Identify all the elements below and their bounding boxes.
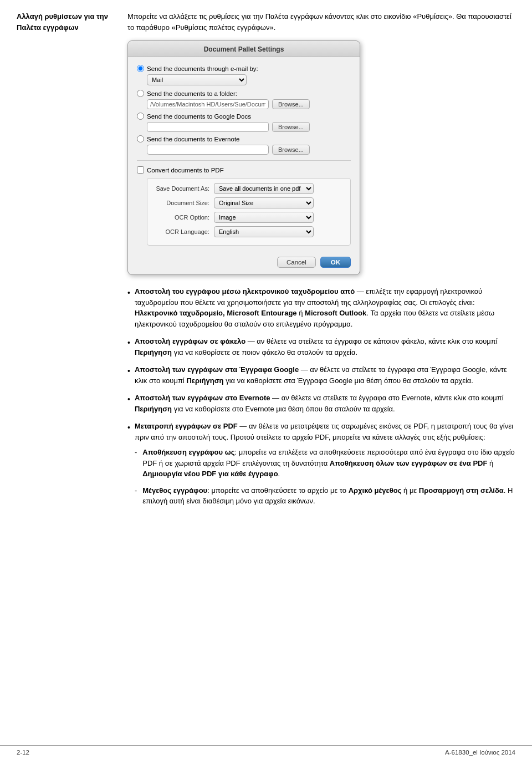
radio-evernote-row: Send the documents to Evernote <box>137 135 351 142</box>
convert-pdf-label: Convert documents to PDF <box>147 167 224 174</box>
sub-dash-2: - <box>135 485 137 496</box>
google-input-row: Browse... <box>147 122 351 132</box>
doc-size-select[interactable]: Original Size Fit to Page <box>214 197 314 208</box>
bullet-title-4: Αποστολή των εγγράφων στο Evernote <box>135 394 270 402</box>
list-item-folder: • Αποστολή εγγράφων σε φάκελο — αν θέλετ… <box>127 336 515 358</box>
ok-button[interactable]: OK <box>320 257 351 268</box>
save-as-select[interactable]: Save all documents in one pdf Create new… <box>214 183 314 194</box>
folder-input-row: Browse... <box>147 99 351 109</box>
mail-dropdown[interactable]: Mail Microsoft Entourage Microsoft Outlo… <box>147 74 247 85</box>
radio-google[interactable] <box>137 113 144 120</box>
evernote-input-row: Browse... <box>147 145 351 155</box>
pdf-options-grid: Save Document As: Save all documents in … <box>147 178 351 246</box>
sub-list-item-save-as: - Αποθήκευση εγγράφου ως: μπορείτε να επ… <box>135 447 515 480</box>
bullet-dot-1: • <box>127 287 130 299</box>
radio-evernote-label: Send the documents to Evernote <box>147 136 240 142</box>
list-item-pdf: • Μετατροπή εγγράφων σε PDF — αν θέλετε … <box>127 421 515 512</box>
ocr-option-label: OCR Option: <box>154 214 209 221</box>
sub-text-1: Αποθήκευση εγγράφου ως: μπορείτε να επιλ… <box>142 447 515 480</box>
left-column: Αλλαγή ρυθμίσεων για την Παλέτα εγγράφων <box>17 11 127 734</box>
list-item-google: • Αποστολή των εγγράφων στα Έγγραφα Goog… <box>127 364 515 386</box>
right-column: Μπορείτε να αλλάξετε τις ρυθμίσεις για τ… <box>127 11 515 734</box>
intro-text: Μπορείτε να αλλάξετε τις ρυθμίσεις για τ… <box>127 11 515 33</box>
bullet-title-2: Αποστολή εγγράφων σε φάκελο <box>135 337 245 345</box>
doc-size-row: Document Size: Original Size Fit to Page <box>154 197 344 208</box>
folder-path-input[interactable] <box>147 99 269 109</box>
bullet-text-1: Αποστολή του εγγράφου μέσω ηλεκτρονικού … <box>135 286 515 329</box>
radio-email-label: Send the documents through e-mail by: <box>147 65 258 72</box>
radio-folder[interactable] <box>137 90 144 97</box>
save-as-label: Save Document As: <box>154 185 209 192</box>
ocr-lang-select[interactable]: English Greek <box>214 226 314 237</box>
dialog-buttons: Cancel OK <box>137 252 351 268</box>
browse-google-button[interactable]: Browse... <box>272 122 310 132</box>
save-as-row: Save Document As: Save all documents in … <box>154 183 344 194</box>
bullet-list: • Αποστολή του εγγράφου μέσω ηλεκτρονικο… <box>127 286 515 512</box>
list-item-email: • Αποστολή του εγγράφου μέσω ηλεκτρονικο… <box>127 286 515 329</box>
page-container: Αλλαγή ρυθμίσεων για την Παλέτα εγγράφων… <box>0 0 532 759</box>
page-number: 2-12 <box>17 749 29 756</box>
radio-folder-label: Send the documents to a folder: <box>147 90 237 97</box>
bullet-text-4: Αποστολή των εγγράφων στο Evernote — αν … <box>135 393 515 414</box>
bullet-dot-3: • <box>127 365 130 377</box>
ocr-lang-row: OCR Language: English Greek <box>154 226 344 237</box>
browse-evernote-button[interactable]: Browse... <box>272 145 310 155</box>
cancel-button[interactable]: Cancel <box>277 257 316 268</box>
ocr-option-row: OCR Option: Image Text <box>154 212 344 223</box>
sub-text-2: Μέγεθος εγγράφου: μπορείτε να αποθηκεύσε… <box>142 485 515 507</box>
bullet-dot-4: • <box>127 394 130 405</box>
bullet-title-1: Αποστολή του εγγράφου μέσω ηλεκτρονικού … <box>135 287 355 296</box>
convert-pdf-checkbox[interactable] <box>137 166 144 174</box>
radio-email-row: Send the documents through e-mail by: <box>137 65 351 72</box>
doc-reference: A-61830_el Ιούνιος 2014 <box>445 749 515 756</box>
list-item-evernote: • Αποστολή των εγγράφων στο Evernote — α… <box>127 393 515 414</box>
main-content: Αλλαγή ρυθμίσεων για την Παλέτα εγγράφων… <box>0 0 532 745</box>
evernote-path-input[interactable] <box>147 145 269 155</box>
bullet-text-5: Μετατροπή εγγράφων σε PDF — αν θέλετε να… <box>135 421 515 512</box>
section-divider <box>137 160 351 161</box>
bullet-text-2: Αποστολή εγγράφων σε φάκελο — αν θέλετε … <box>135 336 515 358</box>
sub-list: - Αποθήκευση εγγράφου ως: μπορείτε να επ… <box>135 447 515 507</box>
bullet-dot-5: • <box>127 422 130 434</box>
ocr-lang-label: OCR Language: <box>154 228 209 235</box>
convert-pdf-row: Convert documents to PDF <box>137 166 351 174</box>
dialog-title-bar: Document Pallet Settings <box>128 41 360 57</box>
doc-size-label: Document Size: <box>154 200 209 206</box>
dialog-body: Send the documents through e-mail by: Ma… <box>128 57 360 274</box>
sub-list-item-size: - Μέγεθος εγγράφου: μπορείτε να αποθηκεύ… <box>135 485 515 507</box>
bullet-title-5: Μετατροπή εγγράφων σε PDF <box>135 422 238 430</box>
radio-google-label: Send the documents to Google Docs <box>147 113 251 120</box>
browse-folder-button[interactable]: Browse... <box>272 99 310 109</box>
sub-dash-1: - <box>135 447 137 458</box>
bullet-title-3: Αποστολή των εγγράφων στα Έγγραφα Google <box>135 365 299 374</box>
bullet-text-3: Αποστολή των εγγράφων στα Έγγραφα Google… <box>135 364 515 386</box>
mail-select-row: Mail Microsoft Entourage Microsoft Outlo… <box>147 74 351 85</box>
radio-email[interactable] <box>137 65 144 72</box>
radio-google-row: Send the documents to Google Docs <box>137 113 351 120</box>
footer: 2-12 A-61830_el Ιούνιος 2014 <box>0 745 532 759</box>
section-title: Αλλαγή ρυθμίσεων για την Παλέτα εγγράφων <box>17 11 116 33</box>
radio-evernote[interactable] <box>137 135 144 142</box>
google-path-input[interactable] <box>147 122 269 132</box>
ocr-option-select[interactable]: Image Text <box>214 212 314 223</box>
bullet-dot-2: • <box>127 337 130 349</box>
radio-folder-row: Send the documents to a folder: <box>137 90 351 97</box>
dialog-window: Document Pallet Settings Send the docume… <box>127 40 360 275</box>
